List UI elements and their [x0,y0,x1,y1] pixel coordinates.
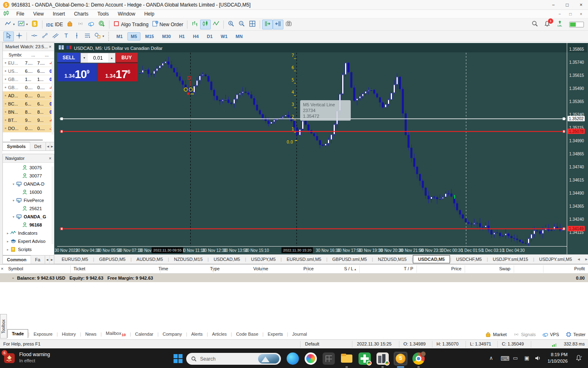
taskbar-app-file-explorer[interactable] [339,348,354,368]
cast-screen-icon[interactable]: ▣ [524,355,529,361]
bar-chart-button[interactable] [189,20,200,29]
copy-trading-button[interactable] [96,20,107,29]
chart-tab-usdjpy-sml-m15[interactable]: USDJPY.sml,M15 [488,256,533,263]
tablet-icon[interactable]: ▭ [513,355,518,361]
child-minimize-button[interactable]: − [555,12,565,16]
toolbox-tab-company[interactable]: Company [158,330,186,338]
chart-window-button[interactable]: ▾ [16,20,29,29]
chart-tab-usdjpy-m5[interactable]: USDJPY,M5 [246,256,281,263]
buy-button[interactable]: BUY [116,53,138,63]
menu-window[interactable]: Window [114,10,140,18]
chart-tab-gbpusd-sml-m5[interactable]: GBPUSD.sml,M5 [327,256,372,263]
market-watch-columns[interactable]: Symbol ... ... [3,51,54,59]
navigator-item-oanda-g[interactable]: ▾ OANDA_G [3,213,54,221]
market-watch-row[interactable]: ● BT... 9... 9... -0 [3,116,54,124]
column-symbol[interactable]: Symbol [8,266,23,271]
taskbar-app-metatrader5[interactable]: 5 [393,348,408,368]
toolbox-tab-code-base[interactable]: Code Base [232,330,262,338]
market-watch-row[interactable]: ● US... 6.... 6.... 0 [3,67,54,75]
timeframe-W1[interactable]: W1 [218,32,231,40]
child-restore-button[interactable]: □ [565,12,576,16]
column-profit[interactable]: Profit [574,266,585,271]
column-divider[interactable] [213,265,214,273]
service-tester[interactable]: Tester [566,331,586,338]
timeframe-MN[interactable]: MN [232,32,246,40]
chart-shift-button[interactable] [273,20,283,29]
latency-value[interactable]: 332.83 ms [564,341,585,346]
service-signals[interactable]: Signals [513,331,536,338]
tree-chevron-icon[interactable]: ▸ [5,231,10,235]
timeframe-M5[interactable]: M5 [127,32,140,40]
toolbox-tab-calendar[interactable]: Calendar [131,330,158,338]
minimize-button[interactable]: − [546,0,560,10]
market-watch-row[interactable]: ● DO... 0.... 0.... -1 [3,124,54,132]
tab-scroll-right-icon[interactable]: ► [50,142,54,150]
column-divider[interactable] [70,265,71,273]
toolbox-tab-mailbox[interactable]: Mailbox10 [102,329,130,339]
tree-chevron-icon[interactable]: ▸ [5,248,10,251]
chevron-down-icon[interactable]: ▾ [26,22,28,26]
column-divider[interactable] [359,265,360,273]
chart-menu-icon[interactable] [3,10,9,18]
service-vps[interactable]: VPS [542,331,559,338]
tab-scroll-right-icon[interactable]: ► [49,256,54,264]
tab-scroll-left-icon[interactable]: ◄ [46,142,50,150]
taskbar-clock[interactable]: 8:19 PM 1/10/2026 [548,351,568,364]
volume-value[interactable]: 0.01 [88,53,108,63]
trendline-tool-button[interactable] [40,31,50,41]
algo-trading-button[interactable]: Algo Trading [111,20,150,29]
text-tool-button[interactable]: T [61,31,71,41]
lvl-icon[interactable]: LVL [556,20,564,29]
menu-insert[interactable]: Insert [48,10,69,18]
ide-button[interactable]: IDEIDE [45,20,65,29]
chart-tab-usdchf-m5[interactable]: USDCHF,M5 [451,256,487,263]
menu-tools[interactable]: Tools [93,10,114,18]
start-button[interactable] [173,354,183,365]
column-volume[interactable]: Volume [253,266,268,271]
toolbox-tab-experts[interactable]: Experts [263,330,287,338]
navigator-item-indicators[interactable]: ▸ Indicators [3,229,54,237]
zoom-in-button[interactable] [226,20,236,29]
navigator-tab-common[interactable]: Common [3,255,31,264]
auto-scroll-button[interactable] [262,20,273,29]
search-highlight-thumbnail[interactable] [258,354,279,364]
chevron-down-icon[interactable]: ▾ [102,34,104,38]
taskbar-app-chrome-app-green[interactable] [357,348,372,368]
tabs-scroll-right-icon[interactable]: ► [585,257,588,261]
time-axis[interactable]: 30 Nov 202230 Nov 04:3030 Nov 05:5030 No… [57,246,567,254]
tree-chevron-icon[interactable]: ▾ [11,182,16,186]
search-icon[interactable] [532,20,538,29]
navigator-item-expert-adviso[interactable]: ▸ Expert Adviso [3,237,54,245]
screenshot-button[interactable] [283,20,294,29]
menu-charts[interactable]: Charts [69,10,93,18]
chart-tab-nzdusd-m15[interactable]: NZDUSD,M15 [373,256,412,263]
navigator-tab-fa[interactable]: Fa [31,256,45,264]
market-watch-row[interactable]: ● BC... 6... 6... 0 [3,100,54,108]
vertical-scrollbar[interactable] [51,61,53,135]
dollar-button[interactable]: $ [29,20,40,29]
market-watch-row[interactable]: ● BN... 8... 8... 0 [3,108,54,116]
ask-price-display[interactable]: 1.34 17 6 [98,63,138,81]
chart-tab-usdjpy-sml-m5[interactable]: USDJPY.sml,M5 [534,256,577,263]
column-divider[interactable] [416,265,417,273]
menu-file[interactable]: File [12,10,29,18]
dom-icon[interactable] [58,45,64,52]
navigator-item-96168[interactable]: 96168 [3,221,54,229]
chart-tab-usdcad-m5[interactable]: USDCAD,M5 [413,255,450,263]
column-divider[interactable] [514,265,514,273]
market-watch-tab-symbols[interactable]: Symbols [3,142,30,150]
toolbox-tab-exposure[interactable]: Exposure [29,330,56,338]
navigator-item-25621[interactable]: 25621 [3,204,54,213]
market-bag-button[interactable] [65,20,75,29]
toolbox-tab-articles[interactable]: Articles [208,330,231,338]
shapes-tool-button[interactable]: ▾ [93,31,106,41]
market-watch-row[interactable]: ● GB... 0.... 0.... -0 [3,83,54,92]
taskbar-search[interactable]: Search [186,353,281,365]
taskbar-app-edge[interactable] [285,348,301,368]
navigator-item-oanda-d[interactable]: ▾ OANDA-D [3,180,54,188]
taskbar-app-chrome[interactable] [411,348,426,368]
toolbox-tab-trade[interactable]: Trade [7,329,28,338]
navigator-item-30077[interactable]: 30077 [3,172,54,180]
tile-windows-button[interactable] [247,20,258,29]
sell-button[interactable]: SELL [57,53,80,63]
